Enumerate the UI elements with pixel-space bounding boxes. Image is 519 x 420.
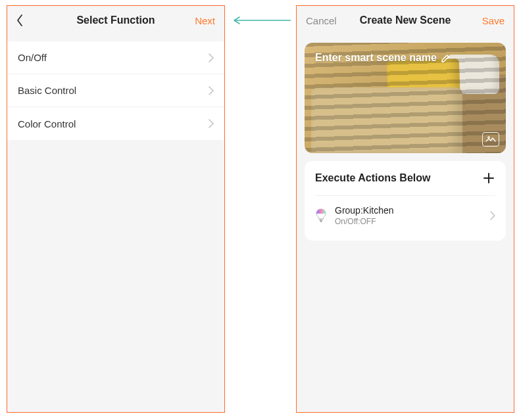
function-row-color-control[interactable]: Color Control: [7, 107, 224, 140]
function-list: On/Off Basic Control Color Control: [7, 41, 224, 140]
scene-name-placeholder: Enter smart scene name: [315, 52, 437, 64]
actions-card: Execute Actions Below: [305, 161, 506, 241]
svg-point-2: [488, 137, 489, 138]
function-row-onoff[interactable]: On/Off: [7, 41, 224, 74]
row-label: Color Control: [18, 118, 76, 129]
bulb-icon: [315, 208, 327, 223]
actions-header: Execute Actions Below: [315, 172, 495, 196]
function-row-basic-control[interactable]: Basic Control: [7, 74, 224, 107]
page-title: Create New Scene: [345, 14, 465, 26]
save-button[interactable]: Save: [482, 15, 505, 26]
action-text: Group:Kitchen On/Off:OFF: [335, 205, 482, 226]
edit-icon: [441, 53, 451, 63]
chevron-right-icon: [209, 119, 214, 128]
action-title: Group:Kitchen: [335, 205, 482, 216]
change-cover-button[interactable]: [482, 132, 499, 147]
svg-rect-5: [320, 219, 323, 221]
add-action-button[interactable]: [482, 172, 495, 185]
chevron-right-icon: [490, 211, 495, 220]
flow-arrow-icon: [232, 16, 291, 25]
back-icon[interactable]: [16, 14, 23, 26]
navbar-right: Cancel Create New Scene Save: [297, 6, 514, 35]
actions-title: Execute Actions Below: [315, 172, 430, 184]
next-button[interactable]: Next: [195, 15, 215, 26]
row-label: On/Off: [18, 52, 47, 63]
chevron-right-icon: [209, 53, 214, 62]
scene-cover-card: Enter smart scene name: [305, 43, 506, 153]
row-label: Basic Control: [18, 85, 76, 96]
select-function-screen: Select Function Next On/Off Basic Contro…: [7, 5, 225, 413]
svg-rect-6: [320, 221, 322, 222]
scene-name-input[interactable]: Enter smart scene name: [315, 52, 451, 64]
cancel-button[interactable]: Cancel: [306, 15, 337, 26]
page-title: Select Function: [56, 14, 176, 26]
plus-icon: [483, 173, 494, 183]
create-scene-screen: Cancel Create New Scene Save Enter smart…: [296, 5, 514, 413]
image-icon: [485, 135, 496, 143]
navbar-left: Select Function Next: [7, 6, 224, 35]
action-row-kitchen[interactable]: Group:Kitchen On/Off:OFF: [315, 196, 495, 235]
chevron-right-icon: [209, 86, 214, 95]
action-subtitle: On/Off:OFF: [335, 217, 482, 226]
